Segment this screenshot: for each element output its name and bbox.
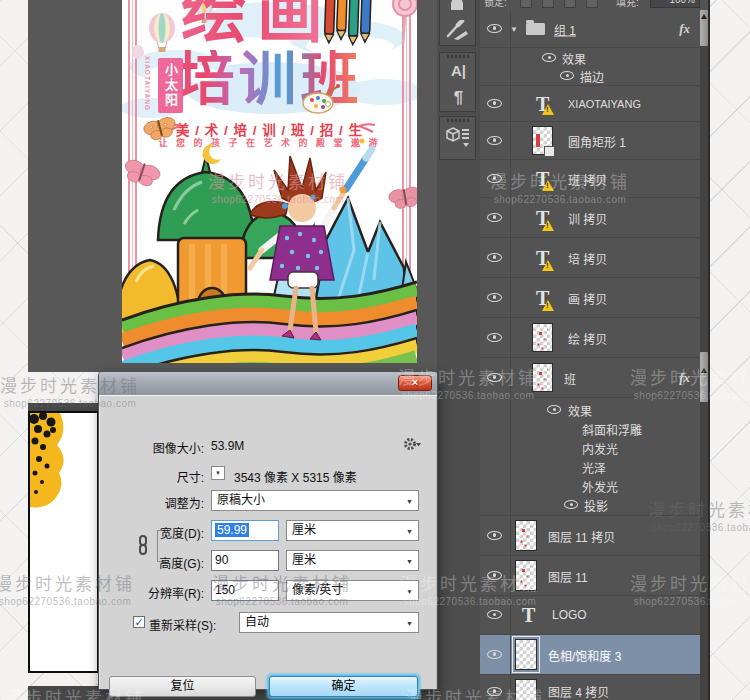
- visibility-eye-icon[interactable]: [564, 500, 578, 509]
- fill-label: 填充:: [616, 0, 639, 9]
- layer-thumbnail[interactable]: [532, 363, 553, 392]
- 3d-panel-icon[interactable]: [445, 126, 471, 150]
- resample-checkbox[interactable]: ✓: [133, 616, 145, 628]
- layer-name[interactable]: 图层 11 拷贝: [548, 527, 615, 544]
- layer-row-hui-copy[interactable]: 绘 拷贝: [480, 318, 700, 358]
- layer-row-layer4-copy[interactable]: 图层 4 拷贝: [480, 675, 700, 700]
- layer-name[interactable]: 班: [564, 369, 576, 386]
- layer-thumbnail[interactable]: [515, 520, 537, 551]
- satin-line[interactable]: 光泽: [480, 457, 700, 476]
- fill-value[interactable]: 100%: [650, 0, 700, 8]
- fx-badge[interactable]: fx: [679, 21, 690, 37]
- visibility-eye-icon[interactable]: [487, 610, 502, 619]
- poster-document[interactable]: 绘画 培训班 小太阳 XIAOTAIYANG 美 / 术 / 培 / 训 / 班…: [122, 0, 417, 363]
- layer-thumbnail[interactable]: [515, 639, 537, 670]
- layer-row-rounded-rect[interactable]: 圆角矩形 1: [480, 122, 700, 160]
- stroke-effect-line[interactable]: 描边: [480, 66, 700, 85]
- layer-row-xun-copy[interactable]: T 训 拷贝: [480, 198, 700, 238]
- visibility-eye-icon[interactable]: [487, 99, 502, 108]
- fx-badge[interactable]: fx: [679, 370, 690, 386]
- layer-name[interactable]: 图层 11: [548, 567, 588, 584]
- resample-select[interactable]: 自动 ▼: [239, 612, 419, 633]
- layer-name[interactable]: 训 拷贝: [568, 209, 607, 226]
- layer-row-logo[interactable]: T LOGO: [480, 596, 700, 635]
- layers-scrollbar-thumb[interactable]: [700, 10, 708, 46]
- drop-shadow-line[interactable]: 投影: [480, 495, 700, 514]
- layer-name[interactable]: 画 拷贝: [568, 289, 607, 306]
- lock-label: 锁定:: [484, 0, 507, 9]
- dimensions-label: 尺寸:: [104, 468, 204, 485]
- layer-row-ban[interactable]: 班 fx: [480, 358, 700, 398]
- layer-row-pei-copy[interactable]: T 培 拷贝: [480, 238, 700, 278]
- visibility-eye-icon[interactable]: [487, 253, 502, 262]
- layer-row-hua-copy[interactable]: T 画 拷贝: [480, 278, 700, 318]
- layer-name[interactable]: 培 拷贝: [568, 249, 607, 266]
- lock-pixels-icon[interactable]: [542, 0, 554, 8]
- paragraph-panel-icon[interactable]: ¶: [437, 88, 480, 108]
- expand-arrow-icon[interactable]: ▼: [510, 24, 518, 33]
- layer-thumbnail[interactable]: [515, 679, 537, 700]
- gear-icon[interactable]: [403, 437, 421, 451]
- layer-row-hue-saturation-selected[interactable]: 色相/饱和度 3: [480, 635, 700, 675]
- layer-name[interactable]: 绘 拷贝: [568, 329, 607, 346]
- visibility-eye-icon[interactable]: [487, 687, 502, 696]
- width-unit-select[interactable]: 厘米 ▼: [286, 520, 419, 541]
- dimensions-dropdown-icon[interactable]: ▼: [211, 466, 225, 480]
- chevron-down-icon: ▼: [406, 491, 413, 510]
- visibility-eye-icon[interactable]: [487, 293, 502, 302]
- secondary-document-window[interactable]: [28, 411, 99, 673]
- fit-to-select[interactable]: 原稿大小 ▼: [211, 490, 419, 511]
- visibility-eye-icon[interactable]: [487, 136, 502, 145]
- visibility-eye-icon[interactable]: [487, 650, 502, 659]
- scroll-up-arrow-icon[interactable]: [701, 14, 707, 19]
- reset-button[interactable]: 复位: [109, 676, 256, 697]
- visibility-eye-icon[interactable]: [487, 213, 502, 222]
- layer-row-group1[interactable]: ▼ 组 1 fx: [480, 10, 700, 48]
- tool-presets-icon[interactable]: [447, 0, 469, 12]
- character-panel-icon[interactable]: A|: [437, 62, 480, 79]
- layer-row-layer11[interactable]: 图层 11: [480, 556, 700, 596]
- layer-name[interactable]: XIAOTAIYANG: [568, 98, 641, 110]
- layers-scrollbar-thumb[interactable]: [700, 352, 708, 402]
- lock-all-icon[interactable]: [586, 0, 598, 8]
- layer-thumbnail[interactable]: [515, 560, 537, 591]
- paint-palette: [303, 84, 340, 113]
- layer-thumbnail[interactable]: [532, 323, 553, 352]
- ok-button[interactable]: 确定: [269, 676, 418, 697]
- visibility-eye-icon[interactable]: [547, 405, 561, 414]
- layer-name[interactable]: 图层 4 拷贝: [548, 683, 609, 700]
- bevel-emboss-line[interactable]: 斜面和浮雕: [480, 419, 700, 438]
- layer-name[interactable]: 班 拷贝: [568, 170, 607, 187]
- resolution-unit-select[interactable]: 像素/英寸 ▼: [286, 580, 419, 601]
- visibility-eye-icon[interactable]: [487, 174, 502, 183]
- layer-name[interactable]: 圆角矩形 1: [568, 132, 626, 149]
- height-unit-select[interactable]: 厘米 ▼: [286, 550, 419, 571]
- layer-thumbnail[interactable]: [532, 126, 553, 155]
- effects-line[interactable]: 效果: [480, 48, 700, 67]
- close-icon[interactable]: ×: [398, 375, 432, 391]
- visibility-eye-icon[interactable]: [487, 571, 502, 580]
- visibility-eye-icon[interactable]: [487, 24, 502, 33]
- layer-row-ban-copy[interactable]: T 班 拷贝: [480, 160, 700, 198]
- layer-row-layer11-copy[interactable]: 图层 11 拷贝: [480, 516, 700, 556]
- visibility-eye-icon[interactable]: [560, 71, 574, 80]
- layer-name[interactable]: 色相/饱和度 3: [548, 646, 621, 663]
- visibility-eye-icon[interactable]: [487, 333, 502, 342]
- height-input[interactable]: 90: [211, 550, 279, 571]
- layer-name[interactable]: 组 1: [554, 20, 576, 37]
- outer-glow-line[interactable]: 外发光: [480, 476, 700, 495]
- inner-glow-line[interactable]: 内发光: [480, 438, 700, 457]
- layer-name[interactable]: LOGO: [552, 608, 587, 622]
- lock-transparent-icon[interactable]: [520, 0, 532, 8]
- width-input[interactable]: 59.99: [211, 520, 279, 541]
- layer-row-xiaotaiyang[interactable]: T XIAOTAIYANG: [480, 86, 700, 122]
- dialog-titlebar[interactable]: ×: [99, 372, 437, 396]
- effects-line[interactable]: 效果: [480, 400, 700, 419]
- visibility-eye-icon[interactable]: [487, 531, 502, 540]
- resolution-input[interactable]: 150: [211, 580, 279, 601]
- visibility-eye-icon[interactable]: [487, 373, 502, 382]
- brushes-panel-icon[interactable]: [446, 20, 470, 42]
- lock-position-icon[interactable]: [564, 0, 576, 8]
- scroll-up-arrow-icon[interactable]: [701, 368, 707, 373]
- visibility-eye-icon[interactable]: [542, 53, 556, 62]
